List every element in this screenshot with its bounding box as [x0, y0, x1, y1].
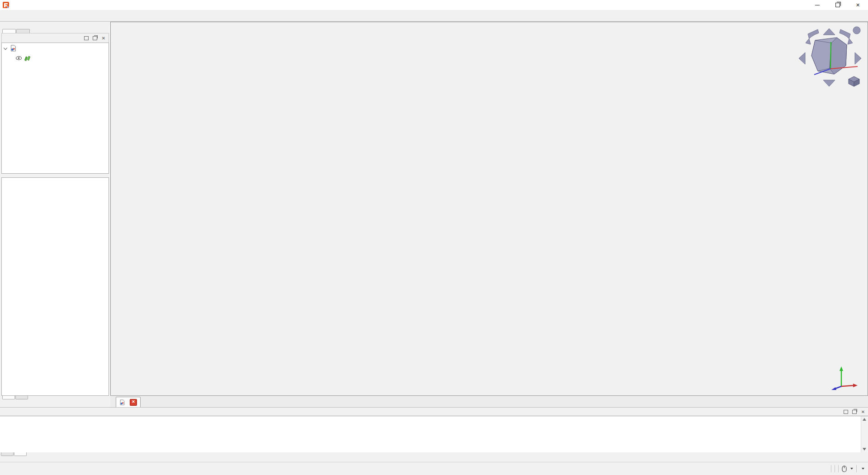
- menu-sketch[interactable]: [38, 14, 45, 17]
- menu-edit[interactable]: [9, 14, 16, 17]
- tab-close-button[interactable]: ✕: [130, 399, 137, 406]
- expander-icon[interactable]: [4, 46, 8, 50]
- menu-part-design[interactable]: [45, 14, 52, 17]
- title-bar: ✕: [0, 0, 868, 10]
- tree-item-helical-gear[interactable]: [2, 53, 108, 63]
- arrow-down: [823, 80, 835, 86]
- python-console-input[interactable]: [0, 416, 868, 452]
- close-button[interactable]: ✕: [848, 0, 868, 10]
- mdi-tab-bar: ✕: [110, 395, 868, 407]
- document-tab[interactable]: ✕: [116, 397, 141, 407]
- console-minimize-icon: [844, 410, 848, 414]
- helical-gear-model[interactable]: [111, 22, 868, 395]
- arrow-right: [855, 52, 861, 64]
- status-bar: [0, 462, 868, 475]
- menu-windows[interactable]: [52, 14, 60, 17]
- chevron-down-icon: [862, 468, 864, 470]
- axis-indicator: [828, 363, 861, 391]
- menu-bar: [0, 10, 868, 21]
- chevron-down-icon: [850, 468, 853, 470]
- cube-z-axis: [830, 42, 831, 69]
- panel-float-button[interactable]: [91, 35, 99, 41]
- panel-float-icon: [93, 36, 97, 40]
- python-console-panel: ✕: [0, 407, 868, 452]
- tab-view[interactable]: [2, 396, 15, 399]
- tab-model[interactable]: [2, 29, 16, 33]
- arrow-up: [823, 28, 835, 35]
- minimize-button[interactable]: [807, 0, 827, 10]
- mouse-icon: [842, 466, 847, 472]
- document-icon: [10, 45, 17, 52]
- tab-report-view[interactable]: [1, 452, 14, 456]
- scroll-down-icon[interactable]: [863, 448, 866, 451]
- panel-splitter[interactable]: [1, 174, 109, 177]
- tab-data[interactable]: [15, 396, 28, 399]
- model-tree: [1, 43, 109, 174]
- console-minimize-button[interactable]: [842, 408, 849, 415]
- left-dock: ✕: [0, 22, 110, 407]
- console-scrollbar[interactable]: [861, 416, 868, 452]
- tab-tasks[interactable]: [16, 29, 30, 33]
- console-float-button[interactable]: [851, 408, 858, 415]
- document-icon: [119, 399, 125, 405]
- minimize-icon: [815, 5, 820, 5]
- panel-minimize-icon: [84, 36, 89, 40]
- dock-tab-bar: [1, 22, 109, 33]
- arrow-left: [799, 52, 805, 64]
- python-console-header: ✕: [0, 407, 868, 416]
- menu-file[interactable]: [2, 14, 9, 17]
- visibility-eye-icon: [15, 55, 22, 62]
- menu-macro[interactable]: [31, 14, 38, 17]
- tree-item-document[interactable]: [2, 43, 108, 53]
- menu-view[interactable]: [16, 14, 24, 17]
- menu-help[interactable]: [60, 14, 67, 17]
- property-editor[interactable]: [1, 177, 109, 396]
- restore-icon: [835, 3, 840, 7]
- restore-button[interactable]: [827, 0, 848, 10]
- 3d-viewport[interactable]: [110, 22, 868, 395]
- navigation-style-selector[interactable]: [842, 466, 853, 472]
- dimension-indicator[interactable]: [860, 468, 864, 470]
- panel-minimize-button[interactable]: [83, 35, 90, 41]
- helical-gear-icon: [24, 55, 31, 62]
- panel-close-button[interactable]: ✕: [100, 35, 107, 41]
- freecad-logo-icon: [2, 1, 9, 9]
- tab-python-console[interactable]: [14, 452, 27, 456]
- scroll-up-icon[interactable]: [863, 418, 866, 421]
- console-float-icon: [852, 410, 857, 414]
- small-cube-button: [849, 76, 859, 86]
- console-close-button[interactable]: ✕: [859, 408, 867, 415]
- menu-tools[interactable]: [24, 14, 31, 17]
- model-panel-header: ✕: [1, 33, 109, 43]
- output-tab-bar: [0, 452, 868, 462]
- freecad-window: ✕ ✕: [0, 0, 868, 475]
- nav-circle-button: [853, 27, 860, 34]
- navigation-cube[interactable]: [795, 24, 863, 90]
- property-tab-bar: [1, 396, 109, 407]
